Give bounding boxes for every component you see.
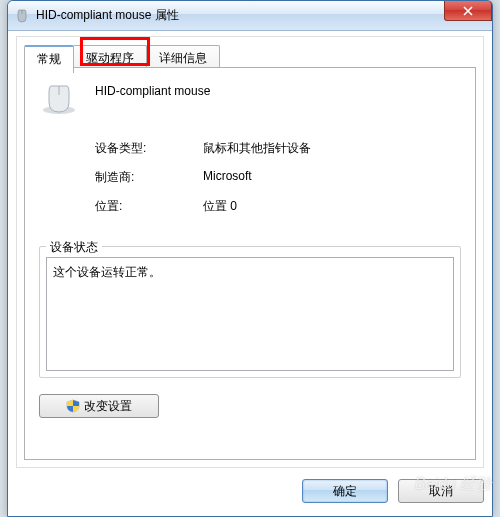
properties-dialog: HID-compliant mouse 属性 常规 驱动程序 详细信息 HID-… [7, 0, 493, 517]
device-name: HID-compliant mouse [95, 84, 210, 98]
shield-icon [66, 399, 80, 413]
change-settings-button[interactable]: 改变设置 [39, 394, 159, 418]
ok-button[interactable]: 确定 [302, 479, 388, 503]
mouse-icon [14, 8, 30, 24]
tab-panel-general: HID-compliant mouse 设备类型: 鼠标和其他指针设备 制造商:… [24, 67, 476, 460]
device-large-icon [39, 82, 79, 116]
device-status-text: 这个设备运转正常。 [53, 265, 161, 279]
dialog-button-bar: 确定 取消 [16, 474, 484, 508]
cancel-button[interactable]: 取消 [398, 479, 484, 503]
label-device-type: 设备类型: [95, 140, 203, 157]
value-location: 位置 0 [203, 198, 237, 215]
device-status-textarea[interactable]: 这个设备运转正常。 [46, 257, 454, 371]
device-status-group: 设备状态 这个设备运转正常。 [39, 246, 461, 378]
label-location: 位置: [95, 198, 203, 215]
value-device-type: 鼠标和其他指针设备 [203, 140, 311, 157]
titlebar[interactable]: HID-compliant mouse 属性 [8, 1, 492, 31]
value-manufacturer: Microsoft [203, 169, 252, 186]
tab-general[interactable]: 常规 [24, 45, 74, 73]
client-area: 常规 驱动程序 详细信息 HID-compliant mouse 设备类型: 鼠… [16, 36, 484, 468]
device-status-title: 设备状态 [46, 239, 102, 256]
label-manufacturer: 制造商: [95, 169, 203, 186]
window-title: HID-compliant mouse 属性 [36, 7, 486, 24]
device-info: 设备类型: 鼠标和其他指针设备 制造商: Microsoft 位置: 位置 0 [95, 140, 311, 227]
close-button[interactable] [444, 1, 492, 21]
close-icon [463, 6, 473, 16]
